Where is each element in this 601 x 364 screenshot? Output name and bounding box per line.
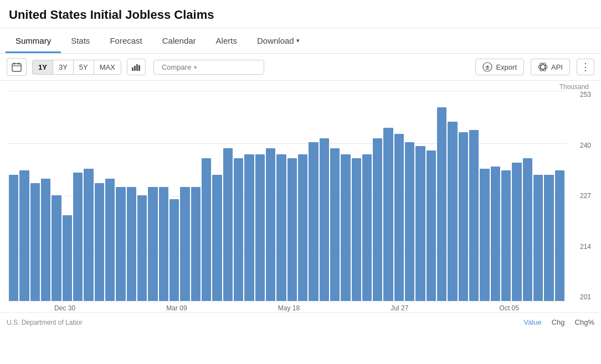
tab-download[interactable]: Download ▾: [247, 28, 310, 53]
bar-45: [491, 167, 500, 301]
x-label-dec30: Dec 30: [54, 304, 75, 312]
bar-21: [234, 158, 243, 301]
bar-4: [52, 195, 61, 301]
bar-34: [373, 138, 382, 301]
bar-47: [512, 163, 521, 301]
bar-14: [159, 187, 168, 301]
source-label: U.S. Department of Labor: [7, 319, 83, 326]
bar-7: [84, 169, 93, 301]
compare-input[interactable]: [153, 60, 264, 75]
period-3y[interactable]: 3Y: [53, 60, 73, 75]
chart-footer: U.S. Department of Labor Value Chg Chg%: [0, 312, 601, 330]
svg-rect-7: [138, 65, 140, 71]
bar-33: [362, 154, 372, 301]
footer-value-link[interactable]: Value: [523, 318, 541, 326]
chart-type-button[interactable]: [127, 59, 146, 75]
bar-35: [383, 128, 393, 301]
period-1y[interactable]: 1Y: [32, 60, 53, 75]
bar-1: [19, 170, 29, 301]
bar-26: [287, 158, 297, 301]
tab-summary[interactable]: Summary: [6, 28, 61, 53]
bar-30: [330, 148, 340, 301]
bar-0: [9, 175, 18, 301]
tab-bar: Summary Stats Forecast Calendar Alerts D…: [0, 28, 601, 54]
page-title: United States Initial Jobless Claims: [0, 0, 601, 28]
bar-15: [169, 199, 179, 301]
calendar-icon-button[interactable]: [7, 58, 27, 76]
bars-container: [9, 91, 564, 301]
bar-17: [191, 187, 201, 301]
period-buttons: 1Y 3Y 5Y MAX: [32, 60, 121, 75]
bar-39: [427, 150, 436, 301]
chevron-down-icon: ▾: [296, 37, 300, 44]
thousand-label: Thousand: [7, 81, 594, 91]
bar-27: [298, 154, 307, 301]
bar-51: [555, 170, 564, 301]
bar-28: [309, 142, 318, 301]
bar-37: [405, 142, 414, 301]
tab-alerts[interactable]: Alerts: [206, 28, 247, 53]
bar-8: [95, 183, 104, 301]
bar-6: [73, 173, 83, 301]
bar-2: [30, 183, 40, 301]
svg-rect-0: [12, 64, 21, 71]
x-label-oct05: Oct 05: [500, 304, 519, 312]
more-options-button[interactable]: ⋮: [577, 59, 594, 75]
footer-chg-link[interactable]: Chg: [552, 318, 565, 326]
bar-19: [212, 175, 222, 301]
bar-41: [448, 122, 457, 301]
period-max[interactable]: MAX: [94, 60, 121, 75]
y-axis: 253 240 227 214 201: [567, 91, 594, 301]
bar-48: [523, 158, 532, 301]
bar-3: [41, 179, 50, 301]
tab-stats[interactable]: Stats: [61, 28, 100, 53]
api-button[interactable]: API: [531, 59, 570, 75]
tab-calendar[interactable]: Calendar: [152, 28, 206, 53]
y-label-240: 240: [567, 142, 594, 149]
bar-20: [223, 148, 233, 301]
bar-25: [276, 154, 286, 301]
tab-forecast[interactable]: Forecast: [100, 28, 152, 53]
bar-32: [352, 158, 361, 301]
bar-46: [501, 170, 511, 301]
bar-36: [394, 134, 404, 301]
bar-49: [533, 175, 543, 301]
bar-16: [180, 187, 189, 301]
footer-chgpct-link[interactable]: Chg%: [575, 318, 594, 326]
chart-area: 253 240 227 214 201: [7, 91, 594, 301]
y-label-253: 253: [567, 91, 594, 98]
bar-38: [415, 146, 425, 301]
bar-12: [137, 195, 147, 301]
bar-10: [116, 187, 125, 301]
x-label-mar09: Mar 09: [166, 304, 187, 312]
period-5y[interactable]: 5Y: [73, 60, 94, 75]
x-label-may18: May 18: [278, 304, 300, 312]
footer-links: Value Chg Chg%: [523, 318, 594, 326]
bar-40: [437, 107, 446, 301]
export-button[interactable]: Export: [475, 59, 524, 75]
bar-31: [341, 154, 350, 301]
svg-rect-6: [136, 64, 138, 71]
chart-container: Thousand 253 240 227 214 201 Dec 30 Mar …: [0, 81, 601, 312]
bar-29: [320, 138, 329, 301]
y-label-214: 214: [567, 243, 594, 251]
bar-43: [469, 130, 479, 301]
bar-50: [544, 175, 553, 301]
svg-rect-5: [134, 66, 136, 71]
bar-5: [63, 215, 72, 301]
bar-42: [459, 132, 468, 301]
bar-44: [480, 169, 489, 301]
bar-13: [148, 187, 157, 301]
x-label-jul27: Jul 27: [391, 304, 408, 312]
bar-9: [105, 179, 115, 301]
y-label-201: 201: [567, 293, 594, 301]
bar-23: [255, 154, 265, 301]
bar-11: [127, 187, 136, 301]
toolbar: 1Y 3Y 5Y MAX Export API ⋮: [0, 54, 601, 81]
chart-bars-wrapper: [7, 91, 567, 301]
x-axis: Dec 30 Mar 09 May 18 Jul 27 Oct 05: [7, 301, 567, 312]
bar-22: [244, 154, 254, 301]
bar-24: [266, 148, 275, 301]
svg-rect-4: [132, 67, 133, 71]
bar-18: [202, 158, 211, 301]
